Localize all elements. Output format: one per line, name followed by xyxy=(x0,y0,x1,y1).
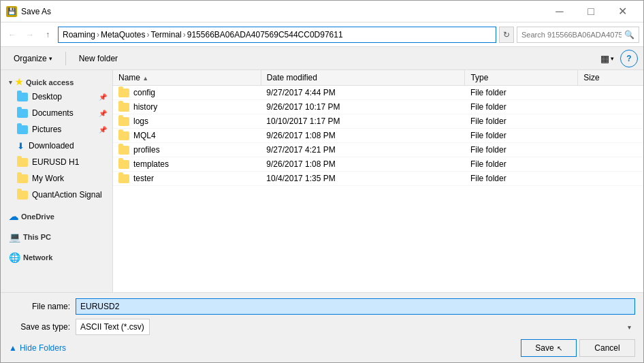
cell-date: 9/26/2017 1:08 PM xyxy=(261,157,465,172)
window-title: Save As xyxy=(21,7,544,16)
cell-size xyxy=(578,100,643,114)
sidebar-item-mywork[interactable]: My Work xyxy=(1,170,112,187)
sidebar-item-pictures[interactable]: Pictures 📌 xyxy=(1,121,112,138)
window-controls: ─ □ ✕ xyxy=(544,1,638,22)
pin-icon: 📌 xyxy=(99,126,107,133)
back-button[interactable]: ← xyxy=(5,27,20,42)
folder-icon xyxy=(118,131,129,140)
cell-name: templates xyxy=(113,157,261,172)
save-as-dialog: 💾 Save As ─ □ ✕ ← → ↑ Roaming › MetaQuot… xyxy=(0,0,644,363)
table-row[interactable]: config 9/27/2017 4:44 PM File folder xyxy=(113,86,643,100)
view-icon: ▦ xyxy=(600,53,609,64)
table-row[interactable]: templates 9/26/2017 1:08 PM File folder xyxy=(113,157,643,172)
sidebar-item-downloaded[interactable]: ⬇ Downloaded xyxy=(1,138,112,154)
filename-label: File name: xyxy=(9,302,70,311)
col-type[interactable]: Type xyxy=(465,70,578,86)
cell-size xyxy=(578,86,643,100)
sort-arrow-icon: ▲ xyxy=(142,75,148,82)
bottom-panel: File name: Save as type: ASCII Text (*.c… xyxy=(1,292,643,362)
up-button[interactable]: ↑ xyxy=(40,27,55,42)
quick-access-arrow-icon: ▾ xyxy=(9,79,12,86)
search-input[interactable] xyxy=(521,31,622,39)
sidebar-item-label: Documents xyxy=(32,108,74,118)
cell-date: 10/4/2017 1:35 PM xyxy=(261,172,465,186)
saveas-label: Save as type: xyxy=(9,322,70,332)
help-button[interactable]: ? xyxy=(620,50,638,67)
filename-input[interactable] xyxy=(76,298,635,315)
table-row[interactable]: tester 10/4/2017 1:35 PM File folder xyxy=(113,172,643,186)
onedrive-label: OneDrive xyxy=(21,212,54,221)
hide-folders-chevron-icon: ▲ xyxy=(9,343,17,353)
pin-icon: 📌 xyxy=(99,110,107,117)
folder-icon xyxy=(17,93,28,101)
col-date[interactable]: Date modified xyxy=(261,70,465,86)
sidebar-section-quick-access[interactable]: ▾ ★ Quick access xyxy=(1,73,112,89)
cell-type: File folder xyxy=(465,86,578,100)
table-row[interactable]: profiles 9/27/2017 4:21 PM File folder xyxy=(113,143,643,157)
folder-icon xyxy=(17,125,28,134)
table-row[interactable]: logs 10/10/2017 1:17 PM File folder xyxy=(113,114,643,129)
new-folder-button[interactable]: New folder xyxy=(71,50,125,67)
table-row[interactable]: history 9/26/2017 10:17 PM File folder xyxy=(113,100,643,114)
toolbar-separator xyxy=(65,52,66,65)
file-name: profiles xyxy=(133,145,160,155)
view-button[interactable]: ▦ ▾ xyxy=(597,50,617,67)
breadcrumb-terminal: Terminal xyxy=(150,30,181,40)
saveas-select[interactable]: ASCII Text (*.csv) CSV (*.csv) Text (*.t… xyxy=(76,319,150,335)
sidebar-item-label: EURUSD H1 xyxy=(32,157,79,167)
file-name: logs xyxy=(133,116,148,126)
folder-icon xyxy=(118,117,129,126)
sidebar-item-quantaction[interactable]: QuantAction Signal xyxy=(1,187,112,203)
thispc-label: This PC xyxy=(23,233,51,241)
cell-type: File folder xyxy=(465,172,578,186)
search-box[interactable]: 🔍 xyxy=(517,27,639,43)
folder-icon xyxy=(118,174,129,183)
sidebar-item-onedrive[interactable]: ☁ OneDrive xyxy=(1,207,112,223)
folder-icon xyxy=(118,103,129,112)
window-icon: 💾 xyxy=(6,6,17,17)
new-folder-label: New folder xyxy=(79,54,118,63)
cell-date: 9/26/2017 1:08 PM xyxy=(261,129,465,143)
sidebar-item-documents[interactable]: Documents 📌 xyxy=(1,105,112,121)
sidebar-item-label: Downloaded xyxy=(29,141,74,151)
save-cursor-icon: ↖ xyxy=(557,345,562,352)
toolbar: Organize ▾ New folder ▦ ▾ ? xyxy=(1,47,643,70)
file-name: history xyxy=(133,102,157,112)
file-area: Name ▲ Date modified Type Size xyxy=(113,70,643,292)
cell-size xyxy=(578,157,643,172)
file-name: config xyxy=(133,88,155,97)
organize-arrow-icon: ▾ xyxy=(49,55,52,62)
col-size[interactable]: Size xyxy=(578,70,643,86)
file-name: tester xyxy=(133,174,154,183)
close-button[interactable]: ✕ xyxy=(607,1,638,22)
forward-button[interactable]: → xyxy=(22,27,37,42)
thispc-icon: 💻 xyxy=(9,232,20,242)
folder-icon xyxy=(17,191,28,200)
address-path[interactable]: Roaming › MetaQuotes › Terminal › 915566… xyxy=(58,27,496,43)
saveas-select-wrapper: ASCII Text (*.csv) CSV (*.csv) Text (*.t… xyxy=(76,319,635,335)
sidebar-item-desktop[interactable]: Desktop 📌 xyxy=(1,89,112,105)
quick-access-label: Quick access xyxy=(26,78,74,86)
minimize-button[interactable]: ─ xyxy=(544,1,575,22)
file-table: Name ▲ Date modified Type Size xyxy=(113,70,643,186)
cell-name: config xyxy=(113,86,261,100)
table-row[interactable]: MQL4 9/26/2017 1:08 PM File folder xyxy=(113,129,643,143)
cell-size xyxy=(578,143,643,157)
folder-icon xyxy=(118,160,129,169)
pin-icon: 📌 xyxy=(99,93,107,101)
organize-button[interactable]: Organize ▾ xyxy=(6,50,60,67)
main-area: ▾ ★ Quick access Desktop 📌 Documents 📌 P… xyxy=(1,70,643,292)
col-name[interactable]: Name ▲ xyxy=(113,70,261,86)
refresh-button[interactable]: ↻ xyxy=(499,27,514,43)
maximize-button[interactable]: □ xyxy=(575,1,607,22)
sidebar-item-network[interactable]: 🌐 Network xyxy=(1,248,112,264)
hide-folders-toggle[interactable]: ▲ Hide Folders xyxy=(9,343,66,353)
sidebar-item-thispc[interactable]: 💻 This PC xyxy=(1,227,112,244)
sidebar-item-label: Pictures xyxy=(32,125,61,134)
save-button[interactable]: Save ↖ xyxy=(521,339,577,357)
cancel-button[interactable]: Cancel xyxy=(579,339,635,357)
sidebar: ▾ ★ Quick access Desktop 📌 Documents 📌 P… xyxy=(1,70,113,292)
sidebar-item-eurusd[interactable]: EURUSD H1 xyxy=(1,154,112,170)
title-bar: 💾 Save As ─ □ ✕ xyxy=(1,1,643,22)
search-icon: 🔍 xyxy=(624,30,634,40)
